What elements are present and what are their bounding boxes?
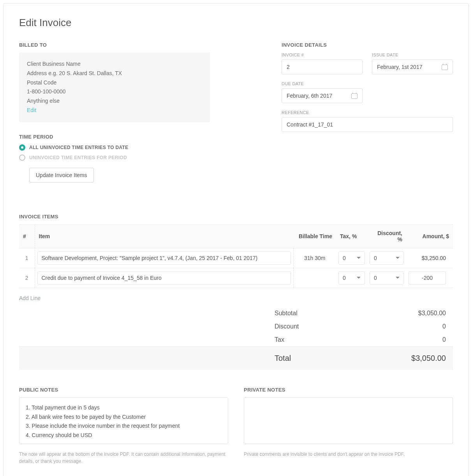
discount-value: 0 [391, 323, 446, 330]
billable-time [293, 268, 336, 288]
th-index: # [19, 224, 35, 248]
discount-select[interactable]: 0 [370, 271, 404, 285]
edit-billed-to-link[interactable]: Edit [27, 107, 36, 113]
radio-range-label: UNINVOICED TIME ENTRIES FOR PERIOD [29, 155, 127, 160]
add-line-link[interactable]: Add Line [19, 295, 41, 301]
th-discount: Discount, % [367, 224, 406, 248]
radio-period-range[interactable]: UNINVOICED TIME ENTRIES FOR PERIOD [19, 155, 266, 161]
invoice-details-heading: INVOICE DETAILS [282, 42, 453, 48]
invoice-number-label: INVOICE # [282, 53, 363, 57]
due-date-label: DUE DATE [282, 81, 363, 86]
radio-all-label: ALL UNINVOICED TIME ENTRIES TO DATE [29, 145, 129, 150]
calendar-icon [351, 93, 358, 99]
chevron-down-icon [357, 256, 361, 260]
tax-select[interactable]: 0 [338, 271, 365, 285]
edit-invoice-page: Edit Invoice BILLED TO Client Business N… [3, 3, 469, 476]
invoice-items-heading: INVOICE ITEMS [19, 214, 453, 220]
page-title: Edit Invoice [19, 17, 453, 29]
billable-time: 31h 30m [293, 248, 336, 268]
table-row: 131h 30m00$3,250.00 [19, 248, 453, 268]
amount-value: $3,250.00 [406, 248, 453, 268]
client-phone: 1-800-100-0000 [27, 87, 202, 97]
discount-select[interactable]: 0 [370, 251, 404, 265]
update-invoice-items-button[interactable]: Update Invoice Items [29, 168, 94, 183]
item-description-input[interactable] [37, 251, 291, 265]
tax-select[interactable]: 0 [338, 251, 365, 265]
total-label: Total [275, 354, 321, 363]
total-value: $3,050.00 [391, 354, 446, 363]
due-date-value: February, 6th 2017 [287, 93, 332, 99]
due-date-input[interactable]: February, 6th 2017 [282, 88, 363, 103]
subtotal-label: Subtotal [275, 310, 321, 317]
chevron-down-icon [396, 256, 400, 260]
chevron-down-icon [357, 276, 361, 280]
invoice-number-input[interactable] [282, 60, 363, 74]
public-notes-textarea[interactable]: 1. Total payment due in 5 days 2. All ba… [19, 397, 228, 444]
client-address: Address e.g. 20 S. Akard St. Dallas, TX [27, 69, 202, 78]
billed-to-heading: BILLED TO [19, 42, 266, 48]
tax-value: 0 [391, 336, 446, 343]
private-notes-heading: PRIVATE NOTES [244, 387, 453, 393]
issue-date-input[interactable]: February, 1st 2017 [372, 60, 453, 74]
client-postal: Postal Code [27, 78, 202, 88]
issue-date-value: February, 1st 2017 [377, 64, 422, 70]
tax-value: 0 [343, 275, 346, 281]
row-index: 2 [19, 268, 35, 288]
public-notes-heading: PUBLIC NOTES [19, 387, 228, 393]
chevron-down-icon [396, 276, 400, 280]
amount-input[interactable] [409, 271, 446, 285]
row-index: 1 [19, 248, 35, 268]
invoice-items-table: # Item Billable Time Tax, % Discount, % … [19, 224, 453, 288]
reference-input[interactable] [282, 117, 453, 132]
tax-value: 0 [343, 255, 346, 261]
discount-value: 0 [374, 275, 377, 281]
public-notes-hint: The note will appear at the bottom of th… [19, 451, 228, 465]
subtotal-value: $3,050.00 [391, 310, 446, 317]
tax-label: Tax [275, 336, 321, 343]
th-amount: Amount, $ [406, 224, 453, 248]
calendar-icon [442, 64, 448, 70]
th-time: Billable Time [293, 224, 336, 248]
client-other: Anything else [27, 97, 202, 106]
radio-all-uninvoiced[interactable]: ALL UNINVOICED TIME ENTRIES TO DATE [19, 144, 266, 151]
th-tax: Tax, % [336, 224, 367, 248]
radio-icon [19, 155, 25, 161]
issue-date-label: ISSUE DATE [372, 53, 453, 57]
discount-value: 0 [374, 255, 377, 261]
billed-to-box: Client Business Name Address e.g. 20 S. … [19, 53, 210, 122]
time-period-heading: TIME PERIOD [19, 134, 266, 140]
item-description-input[interactable] [37, 271, 291, 285]
reference-label: REFERENCE [282, 110, 453, 115]
private-notes-textarea[interactable] [244, 397, 453, 444]
radio-icon [19, 144, 25, 151]
discount-label: Discount [275, 323, 321, 330]
table-row: 200 [19, 268, 453, 288]
private-notes-hint: Private comments are invisible to client… [244, 451, 453, 458]
client-name: Client Business Name [27, 60, 202, 69]
th-item: Item [35, 224, 293, 248]
